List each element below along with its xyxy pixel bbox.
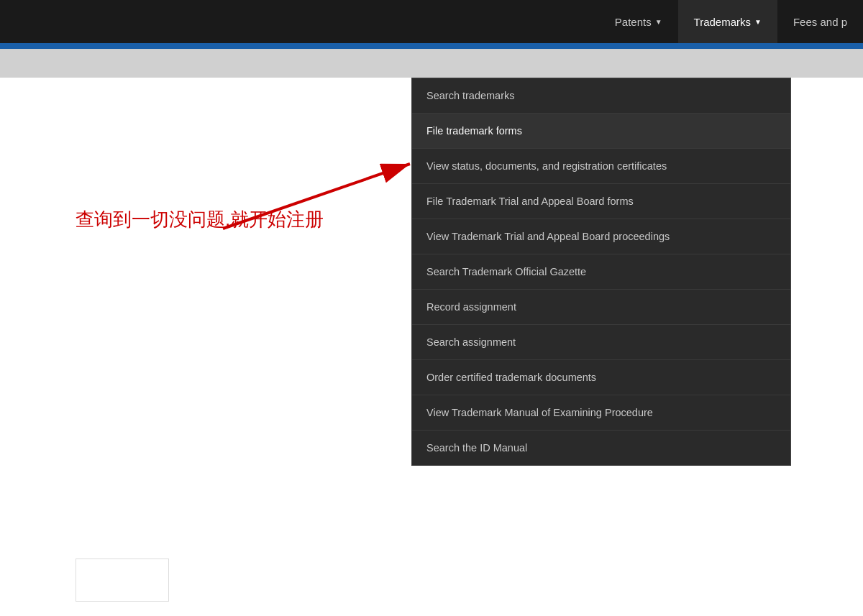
nav-trademarks[interactable]: Trademarks ▼ [678, 0, 777, 43]
nav-fees[interactable]: Fees and p [777, 0, 863, 43]
dropdown-item-search-trademarks[interactable]: Search trademarks [412, 78, 790, 114]
dropdown-item-view-status[interactable]: View status, documents, and registration… [412, 149, 790, 184]
dropdown-item-view-tmep[interactable]: View Trademark Manual of Examining Proce… [412, 395, 790, 431]
trademarks-label: Trademarks [694, 16, 751, 28]
chinese-annotation: 查询到一切没问题,就开始注册 [76, 207, 324, 232]
dropdown-item-search-assignment[interactable]: Search assignment [412, 325, 790, 360]
navbar: Patents ▼ Trademarks ▼ Fees and p [0, 0, 863, 43]
fees-label: Fees and p [793, 16, 847, 28]
dropdown-item-order-certified-docs[interactable]: Order certified trademark documents [412, 360, 790, 395]
dropdown-item-file-trademark-forms[interactable]: File trademark forms [412, 114, 790, 149]
dropdown-item-search-id-manual[interactable]: Search the ID Manual [412, 431, 790, 465]
dropdown-item-view-ttab-proceedings[interactable]: View Trademark Trial and Appeal Board pr… [412, 219, 790, 254]
dropdown-item-search-official-gazette[interactable]: Search Trademark Official Gazette [412, 254, 790, 290]
patents-arrow-icon: ▼ [655, 18, 662, 26]
blue-accent-bar [0, 43, 863, 49]
trademarks-dropdown: Search trademarksFile trademark formsVie… [411, 78, 791, 466]
dropdown-item-record-assignment[interactable]: Record assignment [412, 290, 790, 325]
nav-patents[interactable]: Patents ▼ [599, 0, 678, 43]
dropdown-item-file-ttab-forms[interactable]: File Trademark Trial and Appeal Board fo… [412, 184, 790, 219]
bottom-white-box [76, 558, 169, 602]
annotation-text: 查询到一切没问题,就开始注册 [76, 208, 324, 230]
trademarks-arrow-icon: ▼ [754, 18, 762, 26]
main-content: 查询到一切没问题,就开始注册 Search trademarksFile tra… [0, 78, 863, 616]
patents-label: Patents [615, 16, 652, 28]
gray-bar [0, 49, 863, 78]
